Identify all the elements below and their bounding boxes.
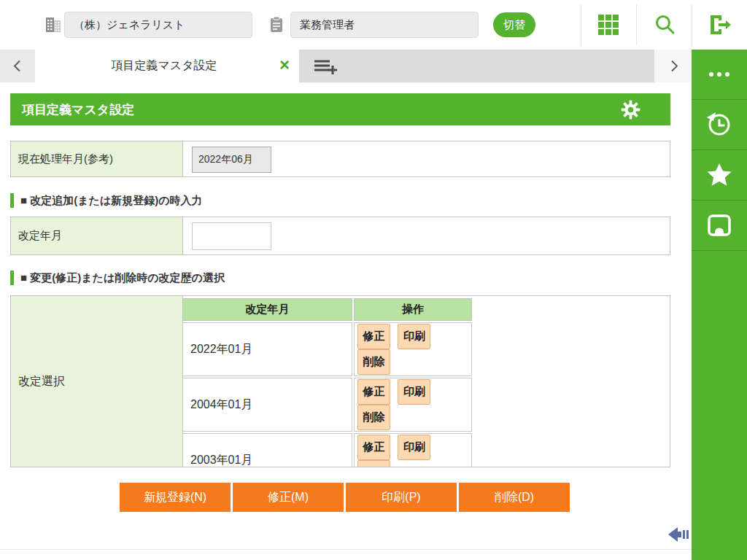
topbar-divider — [692, 4, 692, 45]
more-menu-icon[interactable] — [692, 50, 747, 100]
section-select-title: ■ 変更(修正)または削除時の改定歴の選択 — [20, 271, 225, 285]
content-bottom-divider — [0, 549, 692, 550]
role-input[interactable] — [290, 12, 479, 38]
section-bar — [10, 193, 14, 208]
delete-button[interactable]: 削除(D) — [459, 483, 570, 512]
section-add-title: ■ 改定追加(または新規登録)の時入力 — [20, 194, 203, 208]
edit-button[interactable]: 修正(M) — [233, 483, 344, 512]
company-input[interactable] — [64, 12, 252, 38]
new-tab-button[interactable] — [299, 50, 654, 82]
ellipsis-icon — [709, 72, 729, 77]
gear-icon[interactable] — [621, 100, 640, 120]
tab-bar-right-area — [654, 50, 692, 82]
row-delete-button[interactable]: 削除 — [357, 349, 390, 375]
selection-label: 改定選択 — [11, 296, 183, 467]
revision-history-table: 改定年月 操作 2022年01月 修正 印刷 削除 2004年01月 修正 印刷… — [181, 297, 473, 467]
tabs-scroll-left-icon[interactable] — [13, 60, 21, 72]
tray-icon[interactable] — [692, 201, 747, 251]
section-bar — [10, 271, 14, 285]
tab-item-definition-master[interactable]: 項目定義マスタ設定 × — [35, 50, 299, 82]
building-icon — [45, 16, 61, 34]
app-window: 切替 — [0, 0, 747, 560]
tab-close-icon[interactable]: × — [274, 56, 299, 77]
topbar-divider — [636, 4, 637, 45]
row-edit-button[interactable]: 修正 — [357, 435, 390, 460]
table-header-row: 改定年月 操作 — [182, 298, 472, 321]
row-print-button[interactable]: 印刷 — [398, 324, 430, 349]
table-row: 2003年01月 修正 印刷 削除 — [182, 433, 472, 467]
right-sidebar — [692, 50, 747, 560]
logout-icon[interactable] — [708, 14, 731, 36]
page-title: 項目定義マスタ設定 — [10, 101, 621, 118]
tabs-scroll-right-icon[interactable] — [670, 60, 678, 72]
row-delete-button[interactable]: 削除 — [357, 460, 390, 467]
revision-month-label: 改定年月 — [11, 217, 183, 254]
row-edit-button[interactable]: 修正 — [357, 379, 390, 405]
top-bar: 切替 — [0, 0, 747, 50]
processing-month-label: 現在処理年月(参考) — [11, 141, 183, 176]
processing-month-value — [192, 147, 271, 173]
revision-month-cell: 2004年01月 — [182, 378, 352, 432]
col-header-month: 改定年月 — [182, 298, 352, 321]
revision-month-cell: 2003年01月 — [182, 433, 352, 467]
add-list-icon — [314, 58, 337, 75]
table-row: 2022年01月 修正 印刷 削除 — [182, 322, 472, 376]
col-header-ops: 操作 — [354, 298, 472, 321]
search-icon[interactable] — [654, 13, 676, 35]
tab-label: 項目定義マスタ設定 — [35, 58, 274, 74]
print-button[interactable]: 印刷(P) — [346, 483, 457, 512]
collapse-sidebar-icon[interactable] — [668, 525, 690, 544]
row-print-button[interactable]: 印刷 — [398, 379, 430, 405]
processing-month-row: 現在処理年月(参考) — [10, 141, 670, 177]
clipboard-icon — [269, 16, 284, 34]
tab-bar: 項目定義マスタ設定 × — [0, 50, 692, 82]
revision-month-input[interactable] — [192, 222, 271, 250]
revision-month-row: 改定年月 — [10, 217, 670, 255]
row-delete-button[interactable]: 削除 — [357, 405, 390, 430]
row-print-button[interactable]: 印刷 — [398, 435, 430, 460]
page-header: 項目定義マスタ設定 — [10, 93, 670, 125]
section-add: ■ 改定追加(または新規登録)の時入力 — [10, 192, 521, 209]
revision-month-cell: 2022年01月 — [182, 322, 352, 376]
row-edit-button[interactable]: 修正 — [357, 324, 390, 349]
history-icon[interactable] — [692, 100, 747, 150]
apps-grid-icon[interactable] — [598, 15, 619, 35]
topbar-divider — [581, 4, 581, 45]
favorites-star-icon[interactable] — [692, 150, 747, 201]
switch-button[interactable]: 切替 — [493, 12, 535, 37]
table-row: 2004年01月 修正 印刷 削除 — [182, 378, 472, 432]
section-select: ■ 変更(修正)または削除時の改定歴の選択 — [10, 269, 521, 287]
new-register-button[interactable]: 新規登録(N) — [120, 483, 231, 512]
revision-selection-panel: 改定選択 改定年月 操作 2022年01月 修正 印刷 削除 2004年01月 … — [10, 295, 670, 467]
